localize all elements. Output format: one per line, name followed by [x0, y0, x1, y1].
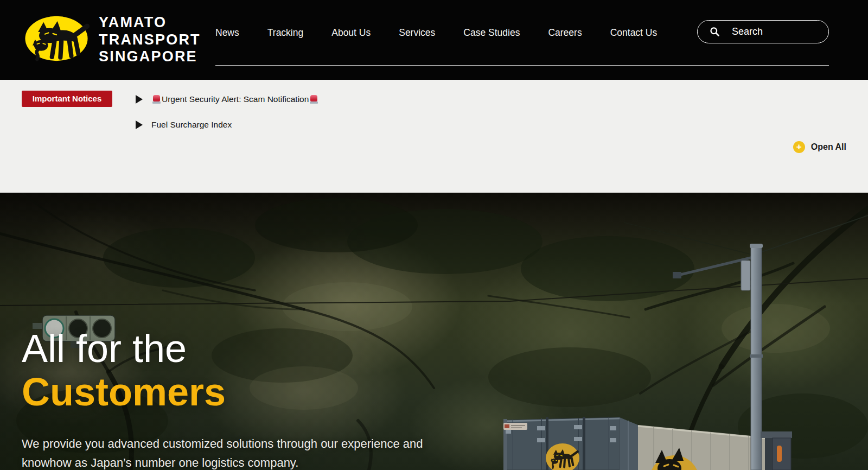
nav-about-us[interactable]: About Us [331, 26, 371, 39]
siren-icon [152, 95, 161, 104]
notice-list: Urgent Security Alert: Scam Notification… [136, 80, 319, 132]
hero-section: All for theCustomers We provide you adva… [0, 193, 868, 470]
nav-careers[interactable]: Careers [548, 26, 582, 39]
hero-description-line1: We provide you advanced customized solut… [22, 437, 423, 450]
hero-title: All for theCustomers [22, 327, 510, 414]
open-all-button[interactable]: Open All [793, 141, 846, 153]
notice-item-fuel-surcharge[interactable]: Fuel Surcharge Index [136, 118, 319, 132]
search-button[interactable]: Search [697, 20, 829, 43]
triangle-bullet-icon [136, 95, 143, 104]
wordmark-line-3: SINGAPORE [99, 48, 201, 66]
notice-item-security-alert[interactable]: Urgent Security Alert: Scam Notification [136, 92, 319, 106]
important-notices-badge: Important Notices [22, 91, 112, 107]
notice-label: Fuel Surcharge Index [151, 120, 232, 130]
nav-underline [215, 65, 829, 66]
siren-icon [310, 95, 318, 104]
triangle-bullet-icon [136, 120, 143, 129]
wordmark-line-2: TRANSPORT [99, 31, 201, 49]
site-header: YAMATO TRANSPORT SINGAPORE News Tracking… [0, 0, 868, 80]
notice-label: Urgent Security Alert: Scam Notification [162, 94, 309, 104]
plus-circle-icon [793, 141, 805, 153]
important-notices-section: Important Notices Urgent Security Alert:… [0, 80, 868, 193]
hero-title-line1: All for the [22, 327, 187, 370]
main-nav: News Tracking About Us Services Case Stu… [215, 26, 657, 39]
yamato-cat-logo[interactable] [22, 13, 91, 64]
hero-title-line2: Customers [22, 370, 510, 414]
nav-news[interactable]: News [215, 26, 239, 39]
hero-description-line2: knowhow as Japan’s number one logistics … [22, 456, 298, 469]
search-label: Search [732, 26, 763, 37]
nav-case-studies[interactable]: Case Studies [463, 26, 520, 39]
yamato-truck [503, 417, 774, 470]
open-all-label: Open All [811, 142, 846, 152]
page: YAMATO TRANSPORT SINGAPORE News Tracking… [0, 0, 868, 470]
brand-wordmark[interactable]: YAMATO TRANSPORT SINGAPORE [99, 14, 201, 66]
nav-services[interactable]: Services [399, 26, 435, 39]
hero-description: We provide you advanced customized solut… [22, 434, 467, 470]
search-icon [710, 27, 720, 37]
nav-tracking[interactable]: Tracking [267, 26, 303, 39]
nav-contact-us[interactable]: Contact Us [610, 26, 658, 39]
wordmark-line-1: YAMATO [99, 14, 201, 31]
